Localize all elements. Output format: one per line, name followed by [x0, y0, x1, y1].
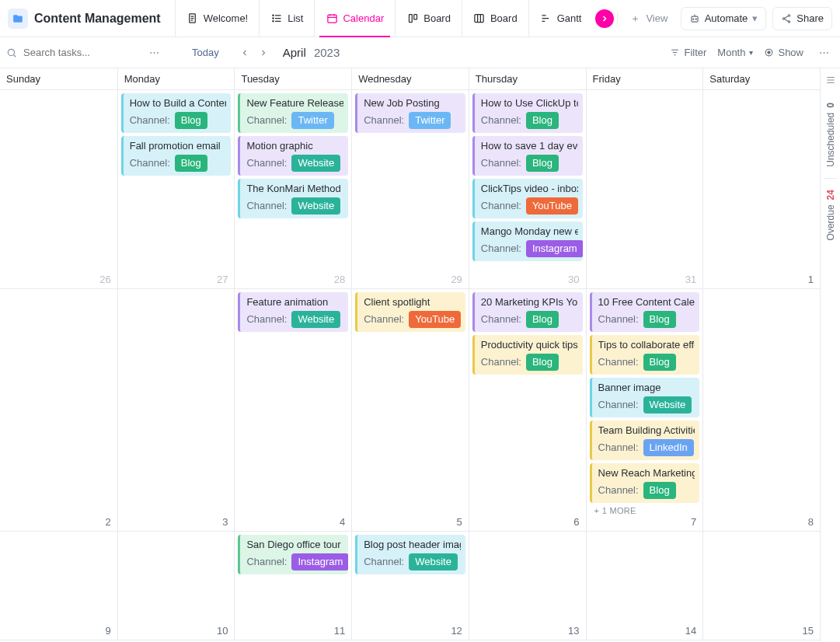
view-tab-label: Calendar: [343, 12, 384, 24]
today-button[interactable]: Today: [184, 44, 227, 61]
day-number: 31: [685, 274, 696, 285]
rail-overdue[interactable]: Overdue 24: [825, 179, 836, 251]
svg-point-12: [783, 17, 785, 19]
channel-tag: Blog: [526, 311, 559, 328]
calendar-cell[interactable]: 26: [0, 90, 117, 288]
channel-label: Channel:: [246, 312, 287, 326]
share-button[interactable]: Share: [772, 7, 832, 30]
calendar-cell[interactable]: 31: [586, 90, 703, 288]
board-icon: [406, 12, 419, 25]
channel-tag: YouTube: [409, 311, 461, 328]
calendar-event[interactable]: Team Building ActivitieChannel:LinkedIn: [590, 420, 700, 460]
calendar-cell[interactable]: 20 Marketing KPIs YouChannel:BlogProduct…: [469, 289, 586, 531]
day-number: 15: [803, 625, 814, 637]
calendar-event[interactable]: How to Build a ContentChannel:Blog: [121, 93, 232, 133]
calendar-cell[interactable]: 8: [702, 289, 820, 531]
range-dropdown[interactable]: Month ▾: [717, 47, 753, 58]
event-channel-row: Channel:Blog: [598, 482, 695, 499]
view-tab-board[interactable]: Board: [462, 0, 528, 37]
svg-point-13: [789, 20, 790, 22]
calendar-event[interactable]: 10 Free Content CalendChannel:Blog: [590, 292, 700, 332]
calendar-event[interactable]: Fall promotion emailChannel:Blog: [121, 136, 232, 176]
filter-button[interactable]: Filter: [670, 47, 706, 58]
calendar-event[interactable]: Banner imageChannel:Website: [590, 378, 700, 417]
calendar-event[interactable]: 20 Marketing KPIs YouChannel:Blog: [472, 292, 583, 332]
calendar-event[interactable]: Feature animationChannel:Website: [238, 292, 348, 332]
nav-arrows: [236, 44, 272, 61]
week-row: 23Feature animationChannel:Website4Clien…: [0, 289, 820, 532]
calendar-event[interactable]: San Diego office tourChannel:Instagram: [238, 535, 348, 574]
calendar-event[interactable]: Motion graphicChannel:Website: [238, 136, 348, 176]
calendar-event[interactable]: Blog post header imagChannel:Website: [355, 535, 465, 574]
calendar-cell[interactable]: How to Use ClickUp toChannel:BlogHow to …: [469, 90, 586, 288]
add-view-button[interactable]: ＋ View: [617, 12, 678, 25]
day-number: 3: [222, 516, 228, 528]
event-channel-row: Channel:Website: [246, 155, 343, 172]
next-month-button[interactable]: [255, 44, 272, 61]
event-channel-row: Channel:Website: [364, 553, 461, 570]
show-button[interactable]: Show: [764, 47, 803, 58]
search-input[interactable]: [22, 46, 138, 59]
calendar-event[interactable]: How to save 1 day eveChannel:Blog: [472, 136, 583, 176]
channel-label: Channel:: [246, 555, 287, 569]
calendar-cell[interactable]: 9: [0, 532, 117, 640]
calendar-event[interactable]: New Feature ReleaseChannel:Twitter: [238, 93, 348, 133]
calendar-cell[interactable]: 10 Free Content CalendChannel:BlogTips t…: [586, 289, 703, 531]
plus-icon: ＋: [629, 12, 641, 25]
view-tab-label: Board: [423, 12, 451, 24]
channel-label: Channel:: [246, 156, 287, 170]
calendar-cell[interactable]: How to Build a ContentChannel:BlogFall p…: [117, 90, 235, 288]
calendar-cell[interactable]: 15: [702, 532, 820, 640]
channel-label: Channel:: [364, 555, 404, 569]
calendar-cell[interactable]: 13: [469, 532, 586, 640]
view-tab-calendar[interactable]: Calendar: [314, 0, 395, 37]
svg-point-1: [273, 15, 274, 16]
calendar-event[interactable]: Mango Monday new enChannel:Instagram: [472, 222, 583, 261]
calendar-cell[interactable]: San Diego office tourChannel:Instagram11: [234, 532, 351, 640]
ai-badge-icon[interactable]: [595, 9, 614, 28]
event-title: Feature animation: [246, 295, 343, 309]
calendar-cell[interactable]: Feature animationChannel:Website4: [234, 289, 351, 531]
view-tab-board[interactable]: Board: [395, 0, 462, 37]
day-number: 10: [217, 625, 228, 637]
dayhead-tuesday: Tuesday: [234, 68, 351, 89]
calendar-event[interactable]: New Reach Marketing:Channel:Blog: [590, 463, 700, 503]
rail-unscheduled[interactable]: Unscheduled 0: [825, 92, 836, 178]
view-tab-welcome-[interactable]: Welcome!: [175, 0, 260, 37]
calendar-cell[interactable]: New Job PostingChannel:Twitter29: [351, 90, 469, 288]
calendar-event[interactable]: The KonMari Method foChannel:Website: [238, 179, 348, 218]
channel-label: Channel:: [598, 355, 639, 369]
calendar-cell[interactable]: 14: [586, 532, 703, 640]
channel-label: Channel:: [364, 312, 404, 326]
chevron-down-icon: ▾: [752, 12, 758, 24]
top-bar: Content Management Welcome!ListCalendarB…: [0, 0, 840, 37]
calendar-cell[interactable]: Client spotlightChannel:YouTube5: [351, 289, 469, 531]
calendar-cell[interactable]: 10: [117, 532, 235, 640]
search-wrap: [6, 46, 138, 59]
view-tab-list[interactable]: List: [259, 0, 314, 37]
calendar-cell[interactable]: 1: [702, 90, 820, 288]
view-tab-gantt[interactable]: Gantt: [528, 0, 593, 37]
calendar-event[interactable]: Productivity quick tipsChannel:Blog: [472, 335, 583, 375]
more-events-link[interactable]: + 1 MORE: [590, 503, 700, 518]
rail-settings-icon[interactable]: [825, 68, 836, 92]
event-title: Motion graphic: [246, 139, 343, 153]
calendar-event[interactable]: Client spotlightChannel:YouTube: [355, 292, 465, 332]
calendar-event[interactable]: Tips to collaborate effeChannel:Blog: [590, 335, 700, 375]
calendar-event[interactable]: How to Use ClickUp toChannel:Blog: [472, 93, 583, 133]
dayhead-wednesday: Wednesday: [351, 68, 469, 89]
day-number: 29: [451, 274, 462, 285]
calendar-event[interactable]: ClickTips video - inboxChannel:YouTube: [472, 179, 583, 218]
automate-button[interactable]: Automate ▾: [681, 7, 767, 30]
calendar-event[interactable]: New Job PostingChannel:Twitter: [355, 93, 465, 133]
calendar-cell[interactable]: 3: [117, 289, 235, 531]
calendar-cell[interactable]: Blog post header imagChannel:Website12: [351, 532, 469, 640]
prev-month-button[interactable]: [236, 44, 253, 61]
search-more-icon[interactable]: ⋯: [145, 47, 164, 58]
calendar-cell[interactable]: 2: [0, 289, 117, 531]
event-channel-row: Channel:Blog: [481, 155, 578, 172]
calendar-cell[interactable]: New Feature ReleaseChannel:TwitterMotion…: [234, 90, 351, 288]
toolbar-more-icon[interactable]: ⋯: [814, 47, 834, 58]
channel-tag: Instagram: [526, 240, 583, 257]
overdue-label: Overdue: [825, 204, 836, 240]
